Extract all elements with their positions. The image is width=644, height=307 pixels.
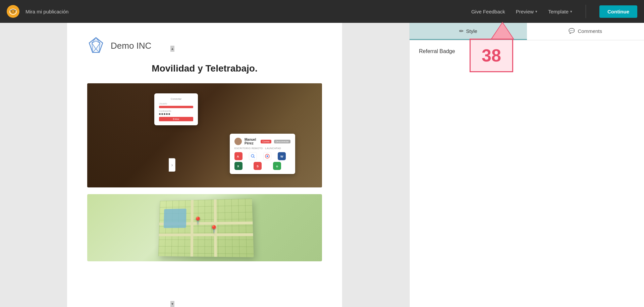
panel-content: Referral Badge bbox=[410, 40, 644, 307]
app-icon-word: W bbox=[278, 152, 286, 160]
company-name: Demo INC bbox=[111, 41, 151, 51]
chevron-right-icon: › bbox=[171, 162, 173, 168]
app-icon-search bbox=[249, 152, 257, 160]
navbar-actions: Give Feedback Preview ▾ Template ▾ Conti… bbox=[471, 5, 637, 18]
map-section: 📍 📍 bbox=[87, 194, 322, 261]
tab-style-label: Style bbox=[466, 28, 477, 34]
comments-icon: 💬 bbox=[569, 28, 575, 34]
user-badge-correo: Correo bbox=[261, 140, 271, 143]
map-fold: 📍 📍 bbox=[158, 199, 254, 257]
user-name: Manuel Pérez bbox=[245, 138, 258, 145]
hero-image-block: Conectar Usuario Contraseña Entrar bbox=[87, 83, 322, 187]
template-chevron-icon: ▾ bbox=[570, 9, 572, 14]
referral-badge-label: Referral Badge bbox=[419, 48, 635, 54]
user-card-header: Manuel Pérez Correo Desconectar bbox=[234, 138, 290, 145]
svg-point-10 bbox=[251, 155, 254, 157]
canvas-inner: Demo INC Movilidad y Teletrabajo. Conect… bbox=[67, 23, 342, 307]
svg-text:A: A bbox=[237, 155, 239, 158]
login-card-title: Conectar bbox=[159, 97, 193, 100]
svg-text:X: X bbox=[237, 165, 239, 168]
svg-text:G: G bbox=[276, 165, 278, 168]
user-subtitle: ESCRITORIO REMOTO · LAUNCHPAD bbox=[234, 147, 290, 149]
canvas-area[interactable]: Demo INC Movilidad y Teletrabajo. Conect… bbox=[0, 23, 409, 307]
panel-expand-button[interactable]: › bbox=[169, 158, 175, 172]
user-badge-desconectar: Desconectar bbox=[274, 140, 290, 143]
template-label: Template bbox=[548, 9, 569, 14]
style-icon: ✏ bbox=[459, 28, 464, 34]
give-feedback-link[interactable]: Give Feedback bbox=[471, 9, 505, 14]
svg-text:W: W bbox=[280, 155, 283, 158]
main-layout: Demo INC Movilidad y Teletrabajo. Conect… bbox=[0, 23, 644, 307]
app-icon-red-app: S bbox=[254, 162, 262, 170]
right-panel: ✏ Style 💬 Comments Referral Badge bbox=[409, 23, 644, 307]
preview-chevron-icon: ▾ bbox=[535, 9, 537, 14]
login-password-dots bbox=[159, 113, 193, 115]
app-icons-grid: A W bbox=[234, 152, 290, 160]
tab-comments-label: Comments bbox=[578, 28, 602, 34]
navbar: Mira mi publicación Give Feedback Previe… bbox=[0, 0, 644, 23]
preview-dropdown[interactable]: Preview ▾ bbox=[516, 9, 537, 14]
scroll-down-arrow[interactable]: ▼ bbox=[170, 301, 174, 307]
app-icon-chrome bbox=[263, 152, 271, 160]
user-avatar bbox=[234, 138, 242, 145]
app-icon-excel: X bbox=[234, 162, 243, 170]
svg-point-13 bbox=[267, 156, 268, 157]
app-icon-pdf: A bbox=[234, 152, 243, 160]
login-button[interactable]: Entrar bbox=[159, 117, 193, 121]
svg-point-3 bbox=[11, 11, 12, 12]
hero-title: Movilidad y Teletrabajo. bbox=[87, 63, 322, 74]
diamond-icon bbox=[87, 36, 105, 55]
svg-marker-7 bbox=[92, 43, 100, 52]
company-header: Demo INC bbox=[87, 36, 322, 55]
login-field-username bbox=[159, 106, 193, 108]
map-pin-2: 📍 bbox=[209, 225, 218, 233]
svg-point-4 bbox=[14, 11, 15, 12]
continue-button[interactable]: Continue bbox=[599, 5, 637, 18]
svg-text:S: S bbox=[257, 165, 259, 168]
panel-tabs: ✏ Style 💬 Comments bbox=[410, 23, 644, 40]
mailchimp-logo[interactable] bbox=[7, 5, 19, 18]
login-card: Conectar Usuario Contraseña Entrar bbox=[154, 93, 198, 125]
template-dropdown[interactable]: Template ▾ bbox=[548, 9, 572, 14]
svg-line-11 bbox=[254, 157, 255, 158]
navbar-divider bbox=[586, 5, 586, 18]
annotation-number: 38 bbox=[482, 45, 501, 65]
app-icons-row2: X S G bbox=[234, 162, 290, 170]
map-pin-1: 📍 bbox=[194, 216, 203, 225]
app-icon-green-app: G bbox=[273, 162, 281, 170]
tab-comments[interactable]: 💬 Comments bbox=[527, 23, 644, 40]
user-card: Manuel Pérez Correo Desconectar ESCRITOR… bbox=[230, 134, 295, 174]
scroll-up-arrow[interactable]: ▲ bbox=[170, 46, 174, 52]
annotation-arrow bbox=[492, 23, 513, 39]
annotation-badge: 38 bbox=[470, 39, 513, 72]
preview-label: Preview bbox=[516, 9, 534, 14]
page-title: Mira mi publicación bbox=[25, 9, 471, 14]
